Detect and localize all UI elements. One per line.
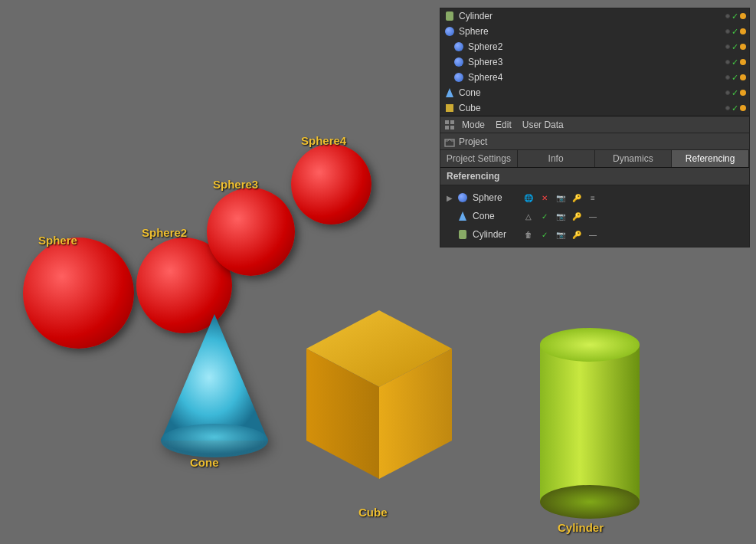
outliner-row-sphere2[interactable]: Sphere2 ✓ bbox=[440, 39, 749, 54]
sphere3-object[interactable] bbox=[207, 188, 295, 276]
outliner-sphere3-icon bbox=[453, 56, 465, 68]
outliner-cube-name: Cube bbox=[459, 103, 722, 113]
cylinder-object[interactable] bbox=[532, 310, 647, 532]
ref-sphere-actions: 🌐 ✕ 📷 🔑 ≡ bbox=[522, 192, 600, 204]
sphere4-label: Sphere4 bbox=[301, 134, 346, 147]
ref-cone-icon bbox=[456, 209, 470, 223]
cube-object[interactable] bbox=[291, 295, 467, 505]
svg-rect-10 bbox=[450, 120, 454, 124]
ref-cone-key-btn[interactable]: 🔑 bbox=[570, 210, 584, 222]
outliner-sphere4-dots: ✓ bbox=[725, 73, 746, 83]
tab-referencing[interactable]: Referencing bbox=[672, 150, 749, 167]
edit-menu[interactable]: Edit bbox=[491, 118, 516, 132]
outliner-row-cube[interactable]: Cube ✓ bbox=[440, 100, 749, 116]
ref-cone-cam-btn[interactable]: 📷 bbox=[554, 210, 568, 222]
ref-cylinder-key-btn[interactable]: 🔑 bbox=[570, 228, 584, 241]
outliner-cylinder-name: Cylinder bbox=[459, 11, 722, 21]
ref-cylinder-list-btn[interactable]: — bbox=[586, 228, 600, 241]
ref-cylinder-actions: 🗑 ✓ 📷 🔑 — bbox=[522, 228, 600, 241]
ref-row-cone[interactable]: ▶ Cone △ ✓ 📷 🔑 — bbox=[440, 207, 749, 225]
outliner-row-sphere3[interactable]: Sphere3 ✓ bbox=[440, 54, 749, 70]
svg-rect-6 bbox=[540, 345, 640, 502]
svg-point-7 bbox=[540, 485, 640, 519]
outliner-row-cylinder[interactable]: Cylinder ✓ bbox=[440, 8, 749, 24]
ref-cylinder-check-btn[interactable]: ✓ bbox=[538, 228, 551, 241]
ref-arrow-sphere: ▶ bbox=[447, 194, 454, 202]
svg-marker-0 bbox=[161, 314, 268, 441]
outliner-sphere-dots: ✓ bbox=[725, 27, 746, 37]
sphere-label: Sphere bbox=[38, 234, 77, 247]
properties-menubar: Mode Edit User Data bbox=[440, 116, 749, 133]
userdata-menu[interactable]: User Data bbox=[518, 118, 568, 132]
outliner-sphere-name: Sphere bbox=[459, 26, 722, 37]
referencing-section-title: Referencing bbox=[440, 168, 749, 185]
outliner: Cylinder ✓ Sphere ✓ Spher bbox=[440, 8, 749, 116]
outliner-row-cone[interactable]: Cone ✓ bbox=[440, 85, 749, 100]
ref-arrow-cone: ▶ bbox=[447, 212, 454, 221]
svg-rect-13 bbox=[445, 139, 454, 146]
outliner-sphere2-icon bbox=[453, 41, 465, 53]
ref-row-sphere[interactable]: ▶ Sphere 🌐 ✕ 📷 🔑 ≡ bbox=[440, 188, 749, 207]
tab-project-settings[interactable]: Project Settings bbox=[440, 150, 518, 167]
ref-cylinder-cam-btn[interactable]: 📷 bbox=[554, 228, 568, 241]
sphere-object[interactable] bbox=[23, 238, 134, 349]
outliner-cone-name: Cone bbox=[459, 87, 722, 98]
project-icon bbox=[443, 136, 456, 148]
outliner-cone-dots: ✓ bbox=[725, 88, 746, 98]
outliner-sphere-icon bbox=[443, 25, 456, 38]
project-label: Project bbox=[459, 136, 487, 147]
outliner-row-sphere[interactable]: Sphere ✓ bbox=[440, 24, 749, 39]
ref-cylinder-shape-btn[interactable]: 🗑 bbox=[522, 228, 535, 241]
ref-arrow-cylinder: ▶ bbox=[447, 231, 454, 239]
ref-sphere-cam-btn[interactable]: 📷 bbox=[554, 192, 568, 204]
ref-cone-name: Cone bbox=[473, 211, 519, 221]
ref-cone-check-btn[interactable]: ✓ bbox=[538, 210, 551, 222]
ref-cylinder-name: Cylinder bbox=[473, 229, 519, 240]
mode-menu[interactable]: Mode bbox=[457, 118, 489, 132]
ref-cylinder-icon bbox=[456, 228, 470, 241]
ref-sphere-list-btn[interactable]: ≡ bbox=[586, 192, 600, 204]
outliner-cube-dots: ✓ bbox=[725, 103, 746, 113]
sphere3-label: Sphere3 bbox=[213, 178, 258, 191]
tab-info[interactable]: Info bbox=[518, 150, 595, 167]
outliner-sphere4-name: Sphere4 bbox=[468, 72, 722, 83]
cone-object[interactable] bbox=[153, 306, 276, 463]
outliner-sphere4-icon bbox=[453, 71, 465, 84]
outliner-row-sphere4[interactable]: Sphere4 ✓ bbox=[440, 70, 749, 85]
ref-cone-list-btn[interactable]: — bbox=[586, 210, 600, 222]
referencing-content: ▶ Sphere 🌐 ✕ 📷 🔑 ≡ ▶ Cone △ ✓ 📷 bbox=[440, 185, 749, 247]
properties-tabs: Project Settings Info Dynamics Referenci… bbox=[440, 150, 749, 168]
svg-rect-9 bbox=[445, 120, 449, 124]
outliner-sphere3-name: Sphere3 bbox=[468, 57, 722, 67]
cube-label: Cube bbox=[358, 506, 388, 519]
ref-sphere-key-btn[interactable]: 🔑 bbox=[570, 192, 584, 204]
cylinder-label: Cylinder bbox=[558, 521, 604, 534]
outliner-cylinder-icon bbox=[443, 10, 456, 22]
outliner-cone-icon bbox=[443, 87, 456, 99]
svg-point-8 bbox=[540, 328, 640, 362]
ref-cone-actions: △ ✓ 📷 🔑 — bbox=[522, 210, 600, 222]
sphere4-object[interactable] bbox=[291, 144, 371, 224]
ref-sphere-globe-btn[interactable]: 🌐 bbox=[522, 192, 535, 204]
mode-icon bbox=[443, 119, 456, 131]
ref-cone-shape-btn[interactable]: △ bbox=[522, 210, 535, 222]
tab-dynamics[interactable]: Dynamics bbox=[595, 150, 673, 167]
outliner-sphere2-name: Sphere2 bbox=[468, 41, 722, 52]
svg-rect-11 bbox=[445, 126, 449, 129]
outliner-cube-icon bbox=[443, 102, 456, 114]
svg-point-1 bbox=[161, 424, 268, 457]
svg-rect-12 bbox=[450, 126, 454, 129]
sphere2-label: Sphere2 bbox=[142, 226, 187, 239]
ref-sphere-icon bbox=[456, 191, 470, 205]
ref-sphere-x-btn[interactable]: ✕ bbox=[538, 192, 551, 204]
ref-row-cylinder[interactable]: ▶ Cylinder 🗑 ✓ 📷 🔑 — bbox=[440, 225, 749, 244]
project-row: Project bbox=[440, 133, 749, 150]
outliner-sphere3-dots: ✓ bbox=[725, 57, 746, 67]
ref-sphere-name: Sphere bbox=[473, 192, 519, 203]
outliner-sphere2-dots: ✓ bbox=[725, 42, 746, 52]
properties-panel: Cylinder ✓ Sphere ✓ Spher bbox=[440, 8, 750, 247]
outliner-cylinder-dots: ✓ bbox=[725, 11, 746, 21]
cone-label: Cone bbox=[190, 456, 219, 469]
